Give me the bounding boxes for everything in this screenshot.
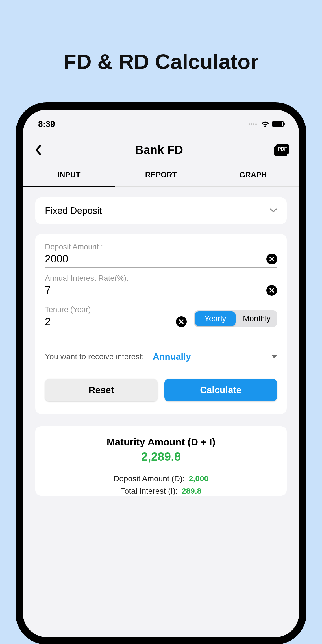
form-card: Deposit Amount : Annual Interest Rate(%)… [35, 234, 287, 414]
battery-icon [272, 121, 284, 127]
tenure-row: Tenure (Year) Yearly Monthly [45, 305, 277, 337]
result-card: Maturity Amount (D + I) 2,289.8 Deposit … [35, 426, 287, 496]
maturity-title: Maturity Amount (D + I) [45, 436, 277, 448]
result-interest-value: 289.8 [182, 487, 201, 496]
tenure-field: Tenure (Year) [45, 305, 187, 330]
pdf-export-button[interactable]: PDF [275, 144, 289, 156]
status-bar: 8:39 [23, 115, 299, 133]
content: Fixed Deposit Deposit Amount : [23, 187, 299, 496]
action-buttons: Reset Calculate [45, 379, 277, 401]
result-deposit-value: 2,000 [189, 474, 208, 483]
tab-input[interactable]: INPUT [23, 164, 115, 187]
result-deposit-label: Deposit Amount (D): [114, 474, 185, 483]
interest-payout-value: Annually [153, 351, 191, 362]
interest-payout-row: You want to receive interest: Annually [45, 351, 277, 362]
interest-rate-input[interactable] [45, 284, 266, 296]
back-button[interactable] [33, 145, 43, 155]
reset-button[interactable]: Reset [45, 379, 158, 401]
tenure-label: Tenure (Year) [45, 305, 187, 314]
close-icon [269, 256, 274, 262]
phone-screen: 8:39 Bank FD PDF INPUT REPORT GRAPH [23, 110, 299, 637]
result-interest-label: Total Interest (I): [121, 487, 178, 496]
cellular-dots-icon [249, 123, 257, 125]
pdf-icon: PDF [276, 144, 289, 154]
status-icons [249, 121, 284, 127]
interest-payout-select[interactable]: Annually [153, 351, 277, 362]
calculate-button[interactable]: Calculate [164, 379, 277, 401]
result-breakdown: Deposit Amount (D): 2,000 Total Interest… [45, 474, 277, 496]
interest-rate-field: Annual Interest Rate(%): [45, 274, 277, 299]
close-icon [269, 288, 274, 293]
page-title: Bank FD [43, 143, 275, 157]
tab-report[interactable]: REPORT [115, 164, 207, 186]
tenure-yearly-option[interactable]: Yearly [195, 311, 236, 326]
interest-rate-label: Annual Interest Rate(%): [45, 274, 277, 283]
clear-tenure-button[interactable] [176, 316, 187, 327]
promo-title: FD & RD Calculator [0, 0, 322, 74]
close-icon [179, 319, 184, 324]
deposit-amount-label: Deposit Amount : [45, 243, 277, 251]
wifi-icon [261, 121, 269, 127]
deposit-type-value: Fixed Deposit [45, 205, 102, 216]
maturity-value: 2,289.8 [45, 450, 277, 464]
deposit-amount-input[interactable] [45, 253, 266, 265]
clear-rate-button[interactable] [266, 285, 277, 296]
tenure-unit-toggle: Yearly Monthly [194, 310, 277, 327]
tenure-input[interactable] [45, 316, 176, 328]
deposit-type-select[interactable]: Fixed Deposit [35, 197, 287, 224]
tabs: INPUT REPORT GRAPH [23, 164, 299, 187]
deposit-amount-field: Deposit Amount : [45, 243, 277, 268]
dropdown-icon [271, 355, 277, 358]
tenure-monthly-option[interactable]: Monthly [236, 310, 277, 327]
status-time: 8:39 [38, 119, 55, 129]
app-header: Bank FD PDF [23, 139, 299, 161]
chevron-down-icon [270, 208, 277, 214]
interest-payout-label: You want to receive interest: [45, 352, 147, 361]
phone-frame: 8:39 Bank FD PDF INPUT REPORT GRAPH [16, 102, 306, 644]
tab-graph[interactable]: GRAPH [207, 164, 299, 186]
clear-deposit-button[interactable] [266, 254, 277, 264]
